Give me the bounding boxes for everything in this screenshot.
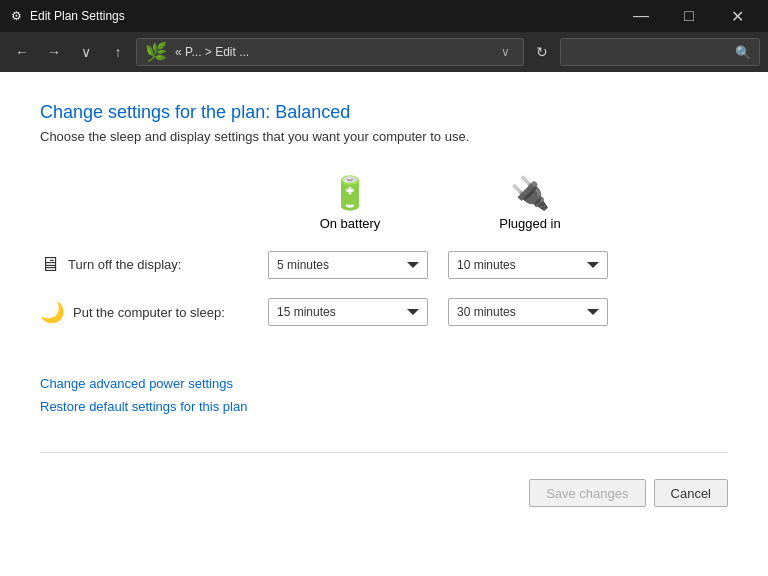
refresh-button[interactable]: ↻ — [528, 38, 556, 66]
addressbar: ← → ∨ ↑ 🌿 « P... > Edit ... ∨ ↻ 🔍 — [0, 32, 768, 72]
sleep-icon: 🌙 — [40, 300, 65, 324]
window-title: Edit Plan Settings — [30, 9, 618, 23]
page-title: Change settings for the plan: Balanced — [40, 102, 728, 123]
links-section: Change advanced power settings Restore d… — [40, 376, 728, 422]
up-button[interactable]: ↑ — [104, 38, 132, 66]
display-plugged-wrapper: 1 minute 2 minutes 3 minutes 5 minutes 1… — [440, 247, 620, 283]
sleep-battery-select[interactable]: 1 minute 2 minutes 3 minutes 5 minutes 1… — [268, 298, 428, 326]
down-button[interactable]: ∨ — [72, 38, 100, 66]
sleep-label: 🌙 Put the computer to sleep: — [40, 288, 260, 336]
display-plugged-select[interactable]: 1 minute 2 minutes 3 minutes 5 minutes 1… — [448, 251, 608, 279]
window-controls: — □ ✕ — [618, 0, 760, 32]
advanced-settings-link[interactable]: Change advanced power settings — [40, 376, 728, 391]
breadcrumb-text: « P... > Edit ... — [175, 45, 491, 59]
display-battery-select[interactable]: 1 minute 2 minutes 3 minutes 5 minutes 1… — [268, 251, 428, 279]
plug-icon: 🔌 — [510, 174, 550, 212]
forward-button[interactable]: → — [40, 38, 68, 66]
on-battery-header: 🔋 On battery — [260, 174, 440, 241]
plugged-in-label: Plugged in — [499, 216, 560, 231]
sleep-label-text: Put the computer to sleep: — [73, 305, 225, 320]
app-icon: ⚙ — [8, 8, 24, 24]
close-button[interactable]: ✕ — [714, 0, 760, 32]
page-subtitle: Choose the sleep and display settings th… — [40, 129, 728, 144]
titlebar: ⚙ Edit Plan Settings — □ ✕ — [0, 0, 768, 32]
separator — [40, 452, 728, 453]
display-label-text: Turn off the display: — [68, 257, 181, 272]
sleep-battery-wrapper: 1 minute 2 minutes 3 minutes 5 minutes 1… — [260, 294, 440, 330]
main-content: Change settings for the plan: Balanced C… — [0, 72, 768, 576]
display-icon: 🖥 — [40, 253, 60, 276]
display-label: 🖥 Turn off the display: — [40, 241, 260, 288]
maximize-button[interactable]: □ — [666, 0, 712, 32]
search-box[interactable]: 🔍 — [560, 38, 760, 66]
search-icon: 🔍 — [735, 45, 751, 60]
save-button[interactable]: Save changes — [529, 479, 645, 507]
sleep-plugged-select[interactable]: 1 minute 2 minutes 3 minutes 5 minutes 1… — [448, 298, 608, 326]
plugged-in-header: 🔌 Plugged in — [440, 174, 620, 241]
battery-icon: 🔋 — [330, 174, 370, 212]
restore-defaults-link[interactable]: Restore default settings for this plan — [40, 399, 728, 414]
footer: Save changes Cancel — [40, 463, 728, 507]
minimize-button[interactable]: — — [618, 0, 664, 32]
sleep-plugged-wrapper: 1 minute 2 minutes 3 minutes 5 minutes 1… — [440, 294, 620, 330]
display-battery-wrapper: 1 minute 2 minutes 3 minutes 5 minutes 1… — [260, 247, 440, 283]
address-dropdown[interactable]: ∨ — [495, 42, 515, 62]
back-button[interactable]: ← — [8, 38, 36, 66]
on-battery-label: On battery — [320, 216, 381, 231]
cancel-button[interactable]: Cancel — [654, 479, 728, 507]
settings-grid: 🔋 On battery 🔌 Plugged in 🖥 Turn off the… — [40, 174, 728, 336]
address-box[interactable]: 🌿 « P... > Edit ... ∨ — [136, 38, 524, 66]
